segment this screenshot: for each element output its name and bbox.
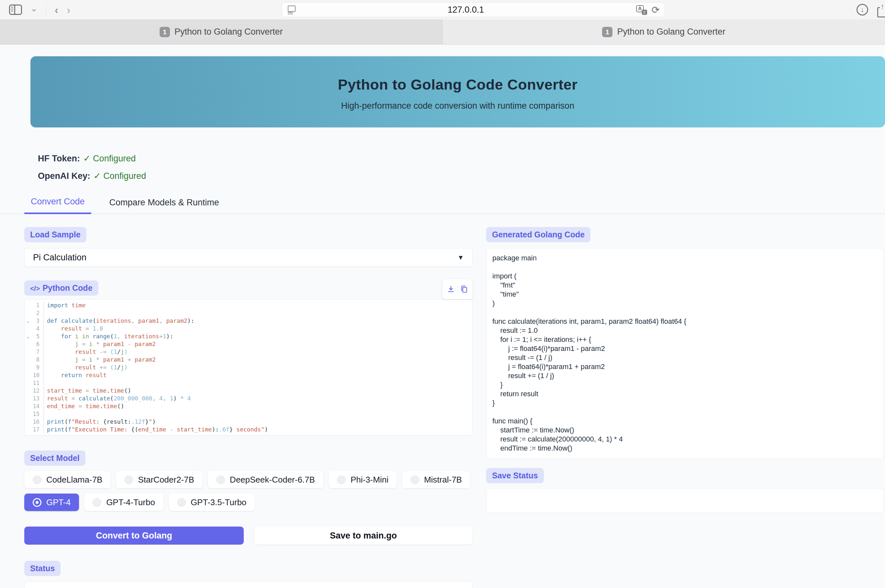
url-text[interactable]: 127.0.0.1 — [295, 5, 636, 15]
model-option-gpt-4-turbo[interactable]: GPT-4-Turbo — [84, 494, 164, 511]
code-line[interactable]: 14end_time = time.time() — [25, 402, 472, 410]
python-code-badge: </>Python Code — [24, 280, 98, 296]
line-number: 8 — [25, 356, 44, 363]
tab-count-badge: 1 — [602, 27, 613, 37]
model-option-mistral-7b[interactable]: Mistral-7B — [402, 471, 470, 488]
go-code-line — [492, 308, 883, 317]
code-brackets-icon: </> — [30, 285, 40, 292]
tab-convert-code[interactable]: Convert Code — [24, 196, 91, 214]
code-text: start_time = time.time() — [44, 387, 131, 394]
go-code-line: result += (1 / j) — [492, 371, 883, 380]
line-number: 1 — [25, 302, 44, 309]
model-label: Phi-3-Mini — [351, 475, 388, 485]
browser-tab[interactable]: 1Python to Golang Converter — [0, 20, 443, 44]
reader-view-icon[interactable] — [287, 5, 295, 15]
model-option-starcoder2-7b[interactable]: StarCoder2-7B — [116, 471, 202, 488]
model-label: GPT-3.5-Turbo — [191, 498, 246, 507]
tab-compare-models-runtime[interactable]: Compare Models & Runtime — [103, 198, 226, 213]
save-status-box — [486, 488, 884, 513]
reload-icon[interactable]: ⟳ — [652, 4, 660, 15]
sample-select[interactable]: Pi Calculation ▼ — [24, 248, 473, 267]
download-code-button[interactable] — [444, 283, 458, 296]
code-line[interactable]: ⌄3def calculate(iterations, param1, para… — [25, 317, 472, 325]
model-option-deepseek-coder-6-7b[interactable]: DeepSeek-Coder-6.7B — [208, 471, 324, 488]
radio-icon — [93, 498, 101, 507]
generated-golang-badge: Generated Golang Code — [486, 227, 590, 242]
radio-icon — [33, 498, 41, 507]
copy-code-button[interactable] — [458, 283, 471, 296]
code-text: result = calculate(200_000_000, 4, 1) * … — [44, 394, 191, 402]
code-text: end_time = time.time() — [44, 402, 124, 410]
sidebar-toggle-icon[interactable] — [9, 4, 22, 15]
go-code-line: "time" — [492, 290, 883, 299]
address-bar[interactable]: 127.0.0.1 A文 ⟳ — [281, 2, 665, 17]
code-text: result = 1.0 — [44, 325, 103, 333]
key-status: ✓ Configured — [83, 154, 135, 164]
golang-code-output[interactable]: package mainimport ( "fmt" "time")func c… — [486, 248, 884, 459]
browser-tab[interactable]: 1Python to Golang Converter — [443, 20, 885, 44]
code-line[interactable]: 16print(f"Result: {result:.12f}") — [25, 418, 472, 426]
code-line[interactable]: 9 result += (1/j) — [25, 363, 472, 371]
page-title: Python to Golang Code Converter — [30, 76, 885, 93]
model-option-gpt-3-5-turbo[interactable]: GPT-3.5-Turbo — [169, 494, 255, 511]
line-number: ⌄5 — [25, 333, 44, 340]
downloads-icon[interactable]: ↓ — [856, 4, 868, 15]
line-number: 12 — [25, 387, 44, 394]
key-label: OpenAI Key: — [38, 171, 90, 181]
code-text: result -= (1/j) — [44, 348, 128, 356]
code-line[interactable]: ⌄5 for i in range(1, iterations+1): — [25, 333, 472, 340]
editor-toolbar — [442, 279, 473, 299]
model-option-codellama-7b[interactable]: CodeLlama-7B — [24, 471, 111, 488]
code-line[interactable]: 4 result = 1.0 — [25, 325, 472, 333]
forward-button[interactable]: › — [67, 4, 70, 15]
line-number: 11 — [25, 379, 44, 387]
model-option-gpt-4[interactable]: GPT-4 — [24, 494, 79, 511]
fold-chevron-icon[interactable]: ⌄ — [27, 333, 29, 340]
go-code-line: "fmt" — [492, 281, 883, 290]
line-number: 7 — [25, 348, 44, 356]
chevron-down-icon[interactable]: ⌄ — [30, 4, 38, 13]
code-line[interactable]: 15 — [25, 410, 472, 418]
convert-button[interactable]: Convert to Golang — [24, 526, 244, 544]
go-code-line — [492, 408, 883, 417]
code-line[interactable]: 8 j = i * param1 + param2 — [25, 356, 472, 363]
fold-chevron-icon[interactable]: ⌄ — [27, 317, 29, 325]
code-line[interactable]: 6 j = i * param1 - param2 — [25, 340, 472, 348]
code-line[interactable]: 1import time — [25, 302, 472, 309]
line-number: 2 — [25, 309, 44, 317]
code-line[interactable]: 2 — [25, 309, 472, 317]
code-line[interactable]: 11 — [25, 379, 472, 387]
left-column: Load Sample Pi Calculation ▼ </>Python C… — [24, 227, 473, 588]
select-model-badge: Select Model — [24, 450, 86, 466]
code-text: def calculate(iterations, param1, param2… — [44, 317, 194, 325]
save-status-badge: Save Status — [486, 468, 544, 483]
tab-count-badge: 1 — [160, 27, 170, 37]
translate-icon[interactable]: A文 — [636, 4, 647, 15]
model-label: StarCoder2-7B — [138, 475, 194, 485]
status-badge: Status — [24, 561, 60, 576]
code-text: print(f"Result: {result:.12f}") — [44, 418, 156, 426]
code-line[interactable]: 12start_time = time.time() — [25, 387, 472, 394]
share-icon[interactable] — [877, 3, 885, 16]
line-number: 14 — [25, 402, 44, 410]
go-code-line: import ( — [492, 272, 883, 281]
line-number: ⌄3 — [25, 317, 44, 325]
python-code-editor[interactable]: 1import time2⌄3def calculate(iterations,… — [24, 299, 473, 436]
model-label: GPT-4 — [46, 498, 71, 507]
save-button[interactable]: Save to main.go — [254, 526, 473, 544]
code-line[interactable]: 10 return result — [25, 371, 472, 379]
code-line[interactable]: 13result = calculate(200_000_000, 4, 1) … — [25, 394, 472, 402]
line-number: 13 — [25, 394, 44, 402]
go-code-line: ) — [492, 299, 883, 308]
api-key-line: HF Token:✓ Configured — [38, 153, 885, 164]
browser-toolbar: ⌄ ‹ › 127.0.0.1 A文 ⟳ ↓ — [0, 0, 885, 20]
code-line[interactable]: 17print(f"Execution Time: {(end_time - s… — [25, 426, 472, 434]
back-button[interactable]: ‹ — [55, 4, 58, 15]
model-option-phi-3-mini[interactable]: Phi-3-Mini — [328, 471, 397, 488]
radio-icon — [177, 498, 186, 507]
go-code-line: for i := 1; i <= iterations; i++ { — [492, 335, 883, 344]
api-key-status-block: HF Token:✓ ConfiguredOpenAI Key:✓ Config… — [38, 153, 885, 181]
go-code-line: func main() { — [492, 417, 883, 426]
right-column: Generated Golang Code package mainimport… — [486, 227, 885, 588]
code-line[interactable]: 7 result -= (1/j) — [25, 348, 472, 356]
